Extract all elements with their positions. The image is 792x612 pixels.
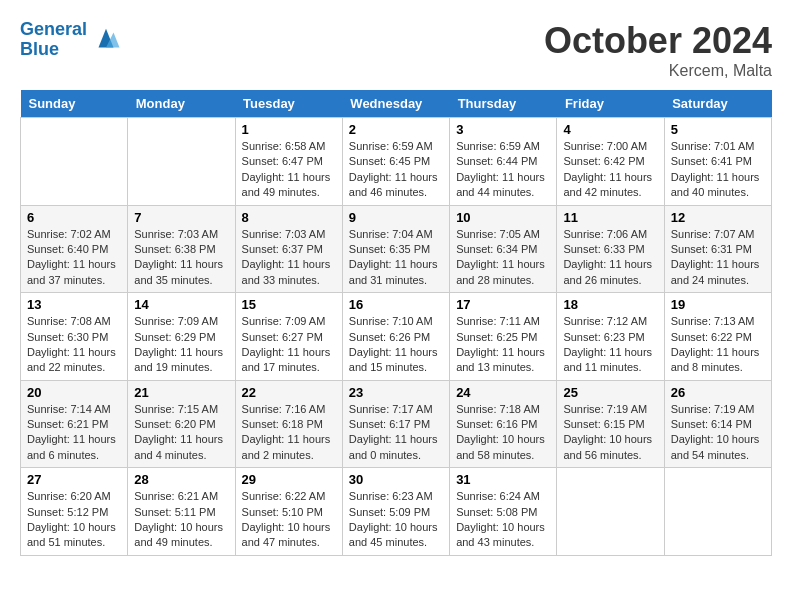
day-number: 10 — [456, 210, 550, 225]
calendar-cell: 7Sunrise: 7:03 AM Sunset: 6:38 PM Daylig… — [128, 205, 235, 293]
calendar-cell: 15Sunrise: 7:09 AM Sunset: 6:27 PM Dayli… — [235, 293, 342, 381]
weekday-header: Friday — [557, 90, 664, 118]
day-number: 7 — [134, 210, 228, 225]
location-title: Kercem, Malta — [544, 62, 772, 80]
calendar-cell: 31Sunrise: 6:24 AM Sunset: 5:08 PM Dayli… — [450, 468, 557, 556]
calendar-cell — [557, 468, 664, 556]
day-number: 19 — [671, 297, 765, 312]
day-number: 3 — [456, 122, 550, 137]
calendar-table: SundayMondayTuesdayWednesdayThursdayFrid… — [20, 90, 772, 556]
day-number: 4 — [563, 122, 657, 137]
day-detail: Sunrise: 7:10 AM Sunset: 6:26 PM Dayligh… — [349, 314, 443, 376]
day-detail: Sunrise: 6:23 AM Sunset: 5:09 PM Dayligh… — [349, 489, 443, 551]
day-detail: Sunrise: 7:07 AM Sunset: 6:31 PM Dayligh… — [671, 227, 765, 289]
day-detail: Sunrise: 7:14 AM Sunset: 6:21 PM Dayligh… — [27, 402, 121, 464]
day-number: 31 — [456, 472, 550, 487]
day-number: 21 — [134, 385, 228, 400]
month-title: October 2024 — [544, 20, 772, 62]
calendar-cell: 22Sunrise: 7:16 AM Sunset: 6:18 PM Dayli… — [235, 380, 342, 468]
day-number: 30 — [349, 472, 443, 487]
calendar-cell: 21Sunrise: 7:15 AM Sunset: 6:20 PM Dayli… — [128, 380, 235, 468]
day-number: 11 — [563, 210, 657, 225]
day-number: 18 — [563, 297, 657, 312]
calendar-cell: 19Sunrise: 7:13 AM Sunset: 6:22 PM Dayli… — [664, 293, 771, 381]
calendar-cell — [128, 118, 235, 206]
day-detail: Sunrise: 7:06 AM Sunset: 6:33 PM Dayligh… — [563, 227, 657, 289]
day-detail: Sunrise: 6:24 AM Sunset: 5:08 PM Dayligh… — [456, 489, 550, 551]
logo-general: General — [20, 19, 87, 39]
day-number: 29 — [242, 472, 336, 487]
weekday-header: Saturday — [664, 90, 771, 118]
calendar-cell: 4Sunrise: 7:00 AM Sunset: 6:42 PM Daylig… — [557, 118, 664, 206]
day-detail: Sunrise: 7:17 AM Sunset: 6:17 PM Dayligh… — [349, 402, 443, 464]
day-number: 8 — [242, 210, 336, 225]
day-detail: Sunrise: 7:00 AM Sunset: 6:42 PM Dayligh… — [563, 139, 657, 201]
calendar-cell: 17Sunrise: 7:11 AM Sunset: 6:25 PM Dayli… — [450, 293, 557, 381]
calendar-week-row: 13Sunrise: 7:08 AM Sunset: 6:30 PM Dayli… — [21, 293, 772, 381]
calendar-cell: 8Sunrise: 7:03 AM Sunset: 6:37 PM Daylig… — [235, 205, 342, 293]
day-detail: Sunrise: 6:22 AM Sunset: 5:10 PM Dayligh… — [242, 489, 336, 551]
calendar-cell: 14Sunrise: 7:09 AM Sunset: 6:29 PM Dayli… — [128, 293, 235, 381]
calendar-cell — [664, 468, 771, 556]
weekday-header: Wednesday — [342, 90, 449, 118]
calendar-cell: 24Sunrise: 7:18 AM Sunset: 6:16 PM Dayli… — [450, 380, 557, 468]
weekday-header: Tuesday — [235, 90, 342, 118]
calendar-cell: 28Sunrise: 6:21 AM Sunset: 5:11 PM Dayli… — [128, 468, 235, 556]
day-detail: Sunrise: 7:19 AM Sunset: 6:14 PM Dayligh… — [671, 402, 765, 464]
calendar-cell — [21, 118, 128, 206]
calendar-cell: 5Sunrise: 7:01 AM Sunset: 6:41 PM Daylig… — [664, 118, 771, 206]
day-number: 9 — [349, 210, 443, 225]
day-detail: Sunrise: 7:02 AM Sunset: 6:40 PM Dayligh… — [27, 227, 121, 289]
day-detail: Sunrise: 6:58 AM Sunset: 6:47 PM Dayligh… — [242, 139, 336, 201]
day-number: 17 — [456, 297, 550, 312]
day-number: 25 — [563, 385, 657, 400]
calendar-cell: 12Sunrise: 7:07 AM Sunset: 6:31 PM Dayli… — [664, 205, 771, 293]
calendar-cell: 27Sunrise: 6:20 AM Sunset: 5:12 PM Dayli… — [21, 468, 128, 556]
day-detail: Sunrise: 6:21 AM Sunset: 5:11 PM Dayligh… — [134, 489, 228, 551]
day-detail: Sunrise: 7:15 AM Sunset: 6:20 PM Dayligh… — [134, 402, 228, 464]
day-detail: Sunrise: 6:59 AM Sunset: 6:44 PM Dayligh… — [456, 139, 550, 201]
calendar-cell: 23Sunrise: 7:17 AM Sunset: 6:17 PM Dayli… — [342, 380, 449, 468]
day-number: 6 — [27, 210, 121, 225]
day-number: 1 — [242, 122, 336, 137]
day-detail: Sunrise: 7:12 AM Sunset: 6:23 PM Dayligh… — [563, 314, 657, 376]
day-detail: Sunrise: 7:03 AM Sunset: 6:38 PM Dayligh… — [134, 227, 228, 289]
logo-icon — [91, 25, 121, 55]
day-detail: Sunrise: 7:09 AM Sunset: 6:27 PM Dayligh… — [242, 314, 336, 376]
weekday-header: Thursday — [450, 90, 557, 118]
day-number: 13 — [27, 297, 121, 312]
weekday-header: Monday — [128, 90, 235, 118]
calendar-week-row: 1Sunrise: 6:58 AM Sunset: 6:47 PM Daylig… — [21, 118, 772, 206]
calendar-week-row: 20Sunrise: 7:14 AM Sunset: 6:21 PM Dayli… — [21, 380, 772, 468]
day-detail: Sunrise: 7:11 AM Sunset: 6:25 PM Dayligh… — [456, 314, 550, 376]
day-detail: Sunrise: 7:08 AM Sunset: 6:30 PM Dayligh… — [27, 314, 121, 376]
calendar-cell: 9Sunrise: 7:04 AM Sunset: 6:35 PM Daylig… — [342, 205, 449, 293]
calendar-cell: 11Sunrise: 7:06 AM Sunset: 6:33 PM Dayli… — [557, 205, 664, 293]
day-number: 12 — [671, 210, 765, 225]
calendar-cell: 29Sunrise: 6:22 AM Sunset: 5:10 PM Dayli… — [235, 468, 342, 556]
calendar-cell: 1Sunrise: 6:58 AM Sunset: 6:47 PM Daylig… — [235, 118, 342, 206]
day-detail: Sunrise: 7:09 AM Sunset: 6:29 PM Dayligh… — [134, 314, 228, 376]
calendar-cell: 25Sunrise: 7:19 AM Sunset: 6:15 PM Dayli… — [557, 380, 664, 468]
day-number: 23 — [349, 385, 443, 400]
calendar-cell: 10Sunrise: 7:05 AM Sunset: 6:34 PM Dayli… — [450, 205, 557, 293]
calendar-cell: 20Sunrise: 7:14 AM Sunset: 6:21 PM Dayli… — [21, 380, 128, 468]
day-detail: Sunrise: 6:59 AM Sunset: 6:45 PM Dayligh… — [349, 139, 443, 201]
day-number: 2 — [349, 122, 443, 137]
logo-text: General — [20, 20, 87, 40]
day-number: 15 — [242, 297, 336, 312]
calendar-cell: 2Sunrise: 6:59 AM Sunset: 6:45 PM Daylig… — [342, 118, 449, 206]
day-number: 26 — [671, 385, 765, 400]
day-detail: Sunrise: 7:04 AM Sunset: 6:35 PM Dayligh… — [349, 227, 443, 289]
calendar-cell: 13Sunrise: 7:08 AM Sunset: 6:30 PM Dayli… — [21, 293, 128, 381]
logo-blue: Blue — [20, 40, 87, 60]
day-detail: Sunrise: 7:18 AM Sunset: 6:16 PM Dayligh… — [456, 402, 550, 464]
page-header: General Blue October 2024 Kercem, Malta — [20, 20, 772, 80]
day-detail: Sunrise: 6:20 AM Sunset: 5:12 PM Dayligh… — [27, 489, 121, 551]
day-number: 5 — [671, 122, 765, 137]
day-detail: Sunrise: 7:05 AM Sunset: 6:34 PM Dayligh… — [456, 227, 550, 289]
day-detail: Sunrise: 7:19 AM Sunset: 6:15 PM Dayligh… — [563, 402, 657, 464]
calendar-cell: 26Sunrise: 7:19 AM Sunset: 6:14 PM Dayli… — [664, 380, 771, 468]
day-detail: Sunrise: 7:13 AM Sunset: 6:22 PM Dayligh… — [671, 314, 765, 376]
calendar-cell: 3Sunrise: 6:59 AM Sunset: 6:44 PM Daylig… — [450, 118, 557, 206]
